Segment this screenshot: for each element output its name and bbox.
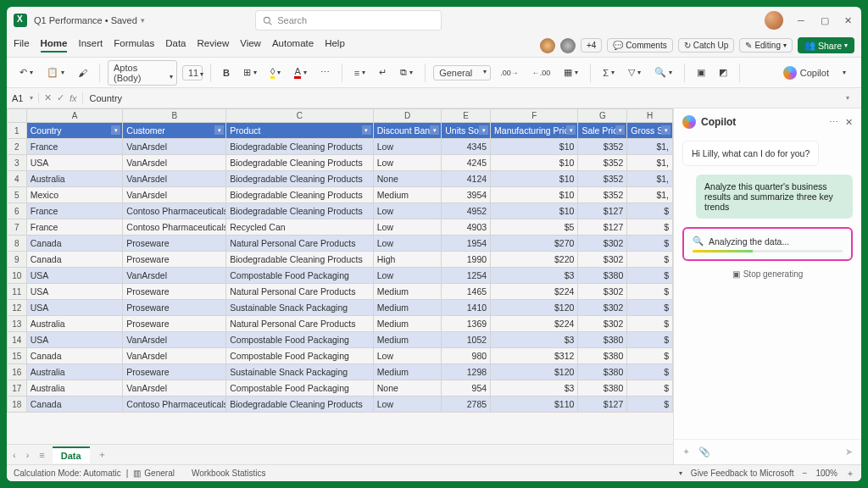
format-table-button[interactable]: ▦▾ bbox=[559, 64, 582, 80]
user-avatar[interactable] bbox=[765, 11, 783, 30]
comments-button[interactable]: 💬Comments bbox=[607, 38, 672, 53]
row-number[interactable]: 1 bbox=[8, 123, 27, 139]
cell[interactable]: $ bbox=[627, 332, 673, 348]
cell[interactable]: $ bbox=[627, 203, 673, 219]
zoom-in-button[interactable]: ＋ bbox=[846, 468, 854, 480]
row-number[interactable]: 3 bbox=[8, 155, 27, 171]
col-header[interactable]: D bbox=[373, 109, 442, 123]
row-number[interactable]: 2 bbox=[8, 139, 27, 155]
filter-icon[interactable]: ▾ bbox=[615, 125, 625, 135]
cell[interactable]: Low bbox=[373, 139, 442, 155]
fill-color-button[interactable]: ◊▾ bbox=[266, 64, 285, 81]
cell[interactable]: USA bbox=[26, 284, 123, 300]
menu-home[interactable]: Home bbox=[41, 38, 68, 53]
menu-automate[interactable]: Automate bbox=[272, 38, 314, 53]
cell[interactable]: Biodegradable Cleaning Products bbox=[226, 252, 374, 268]
cell[interactable]: USA bbox=[26, 332, 123, 348]
addins-button[interactable]: ▣ bbox=[693, 64, 709, 80]
cell[interactable]: $10 bbox=[491, 187, 578, 203]
copilot-more-icon[interactable]: ⋯ bbox=[829, 117, 838, 128]
zoom-level[interactable]: 100% bbox=[815, 469, 837, 478]
cell[interactable]: $380 bbox=[578, 332, 627, 348]
filter-icon[interactable]: ▾ bbox=[661, 125, 670, 135]
filter-icon[interactable]: ▾ bbox=[214, 125, 224, 135]
cell[interactable]: Medium bbox=[373, 300, 442, 316]
select-all-corner[interactable] bbox=[8, 109, 27, 123]
cell[interactable]: Biodegradable Cleaning Products bbox=[226, 203, 374, 219]
cell[interactable]: VanArsdel bbox=[123, 139, 226, 155]
cell[interactable]: Canada bbox=[26, 252, 123, 268]
borders-button[interactable]: ⊞▾ bbox=[239, 64, 261, 80]
cell[interactable]: $ bbox=[627, 316, 673, 332]
cell[interactable]: $302 bbox=[578, 236, 627, 252]
menu-file[interactable]: File bbox=[14, 38, 30, 53]
send-icon[interactable]: ➤ bbox=[845, 446, 853, 458]
row-number[interactable]: 5 bbox=[8, 187, 27, 203]
table-header-cell[interactable]: Sale Price▾ bbox=[578, 123, 627, 139]
cell[interactable]: Proseware bbox=[123, 364, 226, 380]
bold-button[interactable]: B bbox=[219, 65, 234, 80]
merge-button[interactable]: ⧉▾ bbox=[396, 64, 417, 80]
number-format-select[interactable]: General▾ bbox=[433, 65, 491, 80]
wrap-text-button[interactable]: ↵ bbox=[375, 64, 391, 80]
cell[interactable]: VanArsdel bbox=[123, 348, 226, 364]
cell[interactable]: 1990 bbox=[442, 252, 491, 268]
cell[interactable]: Low bbox=[373, 203, 442, 219]
cell[interactable]: 3954 bbox=[442, 187, 491, 203]
cell[interactable]: Canada bbox=[26, 348, 123, 364]
status-workbook-stats[interactable]: Workbook Statistics bbox=[192, 469, 266, 478]
table-header-cell[interactable]: Gross Sal▾ bbox=[627, 123, 673, 139]
cell[interactable]: Australia bbox=[26, 316, 123, 332]
cell[interactable]: Compostable Food Packaging bbox=[226, 268, 374, 284]
col-header[interactable]: G bbox=[578, 109, 627, 123]
filter-icon[interactable]: ▾ bbox=[479, 125, 488, 135]
cell[interactable]: Recycled Can bbox=[226, 219, 374, 236]
cell[interactable]: $302 bbox=[578, 300, 627, 316]
cell[interactable]: Australia bbox=[26, 171, 123, 187]
name-box[interactable]: A1▾ bbox=[7, 93, 39, 103]
cell[interactable]: 954 bbox=[442, 380, 491, 396]
formula-bar[interactable]: Country▾ bbox=[83, 93, 861, 103]
cell[interactable]: France bbox=[26, 203, 123, 219]
cell[interactable]: $302 bbox=[578, 316, 627, 332]
row-number[interactable]: 9 bbox=[8, 252, 27, 268]
cell[interactable]: Low bbox=[373, 268, 442, 284]
cell[interactable]: $3 bbox=[491, 380, 578, 396]
table-header-cell[interactable]: Customer▾ bbox=[123, 123, 226, 139]
cell[interactable]: Contoso Pharmaceuticals bbox=[123, 203, 226, 219]
cell[interactable]: $ bbox=[627, 252, 673, 268]
cell[interactable]: $10 bbox=[491, 139, 578, 155]
cell[interactable]: 1298 bbox=[442, 364, 491, 380]
cell[interactable]: Low bbox=[373, 236, 442, 252]
copilot-ribbon-button[interactable]: Copilot▾ bbox=[776, 64, 853, 82]
col-header[interactable]: E bbox=[442, 109, 491, 123]
cell[interactable]: USA bbox=[26, 268, 123, 284]
cell[interactable]: Medium bbox=[373, 316, 442, 332]
sort-filter-button[interactable]: ▽▾ bbox=[624, 64, 645, 80]
cell[interactable]: Biodegradable Cleaning Products bbox=[226, 187, 374, 203]
filter-icon[interactable]: ▾ bbox=[362, 125, 371, 135]
filter-icon[interactable]: ▾ bbox=[566, 125, 576, 135]
cell[interactable]: $220 bbox=[491, 252, 578, 268]
paste-button[interactable]: 📋▾ bbox=[42, 64, 69, 80]
cell[interactable]: $380 bbox=[578, 380, 627, 396]
cell[interactable]: $120 bbox=[491, 300, 578, 316]
cell[interactable]: Canada bbox=[26, 236, 123, 252]
title-dropdown-icon[interactable]: ▾ bbox=[141, 16, 145, 25]
maximize-button[interactable]: ▢ bbox=[819, 14, 831, 26]
presence-avatar-2[interactable] bbox=[560, 38, 576, 53]
cell[interactable]: Biodegradable Cleaning Products bbox=[226, 396, 374, 413]
cell[interactable]: USA bbox=[26, 155, 123, 171]
cell[interactable]: Australia bbox=[26, 364, 123, 380]
cell[interactable]: $10 bbox=[491, 203, 578, 219]
presence-avatar-1[interactable] bbox=[540, 38, 555, 53]
cell[interactable]: Low bbox=[373, 155, 442, 171]
cell[interactable]: $224 bbox=[491, 316, 578, 332]
status-general-icon[interactable]: ▥ bbox=[133, 469, 141, 478]
increase-decimal-button[interactable]: .00→ bbox=[496, 66, 523, 80]
cell[interactable]: None bbox=[373, 171, 442, 187]
add-sheet-button[interactable]: ＋ bbox=[95, 448, 109, 461]
row-number[interactable]: 18 bbox=[8, 396, 27, 413]
cell[interactable]: $127 bbox=[578, 396, 627, 413]
cell[interactable]: $1, bbox=[627, 171, 673, 187]
